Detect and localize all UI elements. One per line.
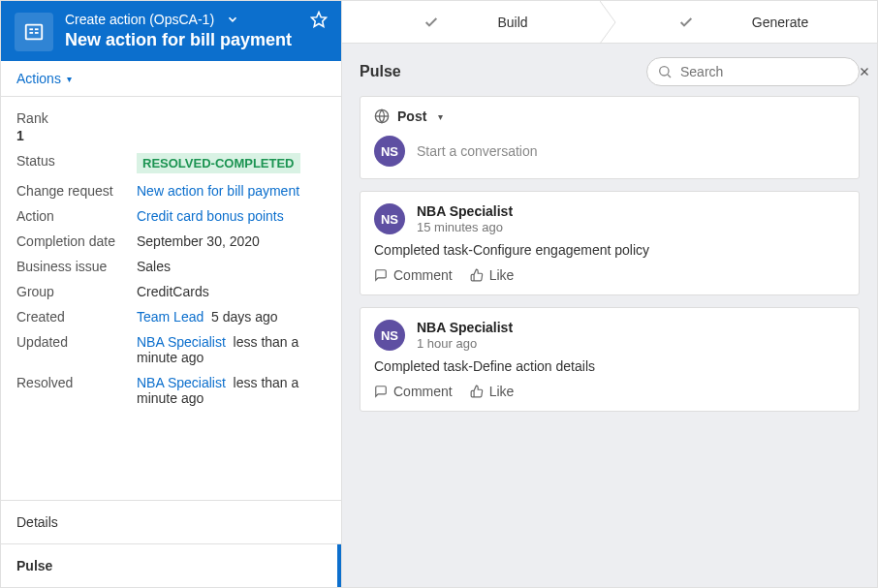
feed-time: 1 hour ago — [417, 336, 513, 351]
svg-marker-5 — [312, 13, 327, 27]
updated-label: Updated — [16, 334, 137, 365]
tab-pulse[interactable]: Pulse — [1, 543, 341, 587]
comment-button[interactable]: Comment — [374, 267, 453, 283]
post-label[interactable]: Post — [397, 108, 426, 124]
comment-icon — [374, 268, 388, 282]
feed-item: NS NBA Specialist 15 minutes ago Complet… — [360, 191, 860, 295]
resolved-label: Resolved — [16, 375, 137, 406]
clear-icon[interactable] — [858, 65, 871, 78]
actions-label: Actions — [16, 71, 61, 86]
action-label: Action — [16, 208, 137, 224]
like-label: Like — [489, 384, 515, 399]
completion-date-label: Completion date — [16, 233, 137, 249]
created-time: 5 days ago — [211, 309, 278, 325]
comment-label: Comment — [393, 384, 453, 399]
avatar: NS — [374, 203, 405, 234]
business-issue-value: Sales — [137, 259, 326, 274]
feed-body: Completed task-Configure engagement poli… — [374, 242, 845, 258]
like-label: Like — [489, 267, 515, 283]
case-icon — [15, 13, 53, 51]
step-build-label: Build — [497, 15, 527, 30]
feed-time: 15 minutes ago — [417, 220, 513, 234]
feed-author[interactable]: NBA Specialist — [417, 203, 513, 219]
step-generate[interactable]: Generate — [610, 1, 877, 43]
case-header: Create action (OpsCA-1) New action for b… — [1, 1, 341, 61]
change-request-label: Change request — [16, 183, 137, 199]
globe-icon[interactable] — [374, 108, 390, 124]
like-icon — [470, 268, 484, 282]
resolved-user-link[interactable]: NBA Specialist — [137, 375, 226, 390]
pulse-title: Pulse — [360, 63, 635, 80]
search-input[interactable] — [680, 64, 850, 79]
updated-user-link[interactable]: NBA Specialist — [137, 334, 226, 350]
check-icon — [423, 15, 439, 30]
created-user-link[interactable]: Team Lead — [137, 309, 204, 325]
actions-menu[interactable]: Actions ▾ — [16, 71, 72, 86]
star-icon[interactable] — [310, 11, 328, 28]
feed-author[interactable]: NBA Specialist — [417, 320, 513, 335]
post-input[interactable]: Start a conversation — [417, 143, 845, 159]
stepper: Build Generate — [342, 1, 877, 44]
check-icon — [678, 15, 694, 30]
action-link[interactable]: Credit card bonus points — [137, 208, 284, 224]
post-composer: Post ▾ NS Start a conversation — [360, 96, 860, 179]
breadcrumb[interactable]: Create action (OpsCA-1) — [65, 12, 214, 27]
tab-details[interactable]: Details — [1, 500, 341, 543]
completion-date-value: September 30, 2020 — [137, 233, 326, 249]
avatar: NS — [374, 136, 405, 167]
feed-body: Completed task-Define action details — [374, 358, 845, 374]
svg-line-7 — [668, 75, 671, 77]
svg-rect-0 — [26, 25, 43, 40]
like-button[interactable]: Like — [470, 267, 515, 283]
rank-label: Rank — [16, 110, 326, 126]
avatar: NS — [374, 320, 405, 351]
search-icon — [657, 64, 673, 79]
status-badge: RESOLVED-COMPLETED — [137, 153, 300, 173]
status-label: Status — [16, 153, 137, 173]
caret-down-icon: ▾ — [67, 74, 72, 84]
svg-point-6 — [660, 67, 669, 76]
feed-item: NS NBA Specialist 1 hour ago Completed t… — [360, 307, 860, 412]
comment-button[interactable]: Comment — [374, 384, 453, 399]
step-generate-label: Generate — [752, 15, 808, 30]
like-button[interactable]: Like — [470, 384, 515, 399]
comment-icon — [374, 385, 388, 398]
comment-label: Comment — [393, 267, 453, 283]
caret-down-icon[interactable]: ▾ — [438, 111, 443, 122]
like-icon — [470, 385, 484, 398]
business-issue-label: Business issue — [16, 259, 137, 274]
rank-value: 1 — [16, 128, 326, 143]
page-title: New action for bill payment — [65, 30, 328, 50]
search-box[interactable]: ▾ — [646, 57, 860, 86]
step-build[interactable]: Build — [342, 1, 610, 43]
created-label: Created — [16, 309, 137, 325]
group-label: Group — [16, 284, 137, 299]
group-value: CreditCards — [137, 284, 326, 299]
chevron-down-icon[interactable] — [226, 13, 239, 26]
change-request-link[interactable]: New action for bill payment — [137, 183, 299, 199]
